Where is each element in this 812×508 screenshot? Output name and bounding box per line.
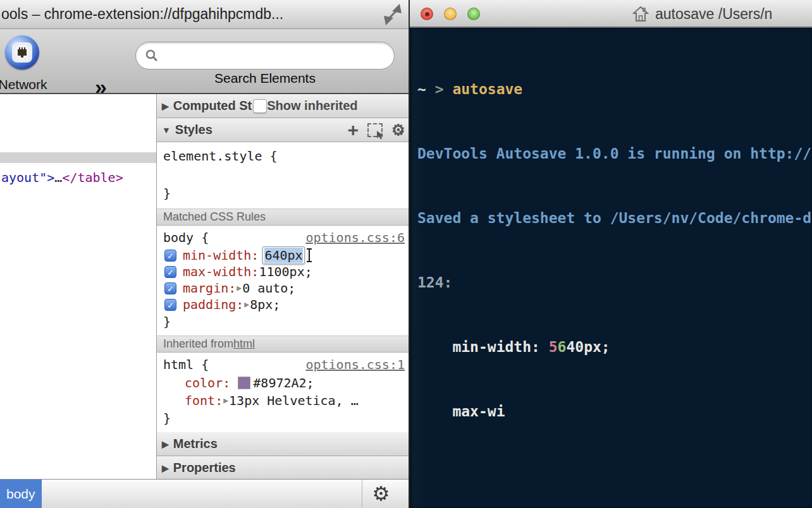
breadcrumb-body[interactable]: body [0, 480, 42, 508]
css-property-row-min-width[interactable]: ✓ min-width: 640px ; [163, 247, 405, 263]
search-caption: Search Elements [135, 71, 395, 86]
dom-tree-pane: ayout">…</table> [0, 94, 157, 479]
property-enabled-checkbox[interactable]: ✓ [164, 282, 176, 294]
terminal-titlebar: autosave /Users/n [410, 0, 812, 28]
styles-header-buttons: + ⚙▾ [347, 121, 403, 139]
minimize-window-button[interactable] [444, 8, 457, 20]
close-window-button[interactable] [421, 8, 433, 20]
prompt-path: ~ [417, 81, 435, 97]
terminal-output-saved: Saved a stylesheet to /Users/nv/Code/chr… [417, 207, 812, 229]
expand-shorthand-icon[interactable]: ▶ [244, 296, 249, 313]
html-rule-source-link[interactable]: options.css:1 [305, 355, 405, 374]
devtools-window: ools – chrome-extension://dfpgahihpcmdb.… [0, 0, 410, 508]
property-value[interactable]: 1100px; [259, 263, 312, 280]
metrics-section-header[interactable]: ▶ Metrics [157, 432, 409, 456]
gear-icon: ⚙ [372, 482, 390, 505]
selected-value[interactable]: 640px [264, 248, 302, 263]
search-field[interactable] [135, 42, 395, 70]
computed-style-title: Computed St [173, 99, 252, 113]
collapsed-arrow-icon: ▶ [162, 101, 169, 111]
computed-style-section-header[interactable]: ▶ Computed St Show inherited [157, 94, 409, 118]
body-rule: body { options.css:6 ✓ min-width: 640px … [157, 226, 409, 336]
element-state-toggle-icon[interactable] [367, 123, 383, 137]
html-rule-close-brace: } [163, 409, 405, 427]
settings-gear-button[interactable]: ⚙ [362, 480, 400, 508]
properties-title: Properties [173, 461, 236, 475]
network-plug-icon [12, 42, 32, 63]
html-rule: html { options.css:1 color: #8972A2; fon… [157, 353, 409, 432]
dom-ellipsis[interactable]: … [54, 170, 62, 185]
property-name[interactable]: font: [185, 392, 223, 409]
css-property-row-padding[interactable]: ✓ padding: ▶ 8px; [163, 296, 405, 313]
body-rule-selector[interactable]: body { [163, 228, 209, 247]
show-inherited-label: Show inherited [267, 99, 357, 113]
devtools-toolbar: Network » Search Elements [0, 29, 409, 94]
styles-title: Styles [175, 123, 212, 137]
expand-shorthand-icon[interactable]: ▶ [223, 392, 228, 409]
terminal-title-text: autosave /Users/n [655, 6, 772, 23]
terminal-output-diff-line: min-width: 5640px; [417, 336, 812, 358]
css-property-row-max-width[interactable]: ✓ max-width: 1100px; [163, 263, 405, 280]
terminal-output-line-number: 124: [417, 272, 812, 293]
terminal-screen[interactable]: ~ > autosave DevTools Autosave 1.0.0 is … [410, 28, 812, 508]
terminal-output-partial-line: max-wi [417, 401, 812, 422]
property-enabled-checkbox[interactable]: ✓ [164, 299, 176, 311]
new-style-rule-button[interactable]: + [347, 124, 359, 136]
collapsed-arrow-icon: ▶ [162, 439, 169, 449]
chevron-down-icon: ▾ [399, 128, 403, 137]
diff-rest: 40px; [566, 339, 610, 355]
property-name[interactable]: padding: [183, 296, 243, 313]
indent [417, 339, 452, 355]
terminal-title: autosave /Users/n [632, 5, 772, 23]
styles-section-header[interactable]: ▼ Styles + ⚙▾ [157, 118, 409, 142]
css-property-row-color[interactable]: color: #8972A2; [163, 374, 405, 392]
html-rule-selector[interactable]: html { [163, 355, 209, 374]
expand-window-icon[interactable] [382, 4, 403, 25]
show-inherited-checkbox[interactable] [253, 99, 267, 113]
property-name[interactable]: max-width: [183, 263, 259, 280]
styles-settings-button[interactable]: ⚙▾ [391, 121, 403, 139]
dom-table-node[interactable]: ayout">…</table> [1, 170, 123, 185]
search-icon [145, 49, 159, 63]
property-value[interactable]: 8px; [250, 296, 280, 313]
property-name[interactable]: min-width: [183, 247, 259, 263]
property-name[interactable]: margin: [183, 280, 236, 296]
diff-added-char: 6 [558, 339, 567, 355]
property-enabled-checkbox[interactable]: ✓ [164, 266, 176, 278]
property-value[interactable]: #8972A2; [253, 374, 314, 392]
network-panel-icon[interactable] [5, 35, 39, 70]
property-value-editor[interactable]: 640px [262, 246, 304, 264]
expand-shorthand-icon[interactable]: ▶ [237, 280, 242, 296]
dom-hovered-row[interactable] [0, 152, 156, 163]
properties-section-header[interactable]: ▶ Properties [157, 456, 409, 479]
matched-css-rules-header: Matched CSS Rules [157, 209, 409, 226]
devtools-statusbar: body ⚙ [0, 479, 409, 508]
zoom-window-button[interactable] [467, 8, 480, 20]
css-property-row-margin[interactable]: ✓ margin: ▶ 0 auto; [163, 280, 405, 296]
inherited-from-header: Inherited from html [157, 336, 409, 353]
collapsed-arrow-icon: ▶ [162, 463, 169, 473]
body-rule-close-brace: } [163, 313, 405, 330]
diff-property-name: min-width: [452, 339, 548, 355]
body-rule-source-link[interactable]: options.css:6 [305, 228, 405, 247]
property-value[interactable]: 13px Helvetica, … [229, 392, 359, 409]
styles-sidebar: ▶ Computed St Show inherited ▼ Styles + [157, 94, 409, 479]
inherited-prefix: Inherited from [163, 337, 233, 351]
search-input[interactable] [164, 49, 385, 63]
prompt-command: autosave [452, 81, 522, 97]
inherited-node-link[interactable]: html [233, 337, 255, 351]
partial-property: max-wi [452, 403, 505, 420]
property-enabled-checkbox[interactable]: ✓ [164, 250, 176, 262]
element-style-close-brace: } [163, 184, 403, 203]
indent [417, 403, 452, 420]
metrics-title: Metrics [173, 437, 218, 451]
property-name[interactable]: color: [185, 374, 230, 392]
terminal-window: autosave /Users/n ~ > autosave DevTools … [410, 0, 812, 508]
devtools-main: ayout">…</table> ▶ Computed St Show inhe… [0, 94, 409, 479]
devtools-window-title: ools – chrome-extension://dfpgahihpcmdb.… [1, 6, 283, 23]
terminal-output-running: DevTools Autosave 1.0.0 is running on ht… [417, 143, 812, 164]
property-value[interactable]: 0 auto; [242, 280, 295, 296]
color-swatch[interactable] [238, 377, 250, 389]
element-style-selector[interactable]: element.style { [163, 146, 403, 166]
css-property-row-font[interactable]: font: ▶ 13px Helvetica, … [163, 392, 405, 409]
